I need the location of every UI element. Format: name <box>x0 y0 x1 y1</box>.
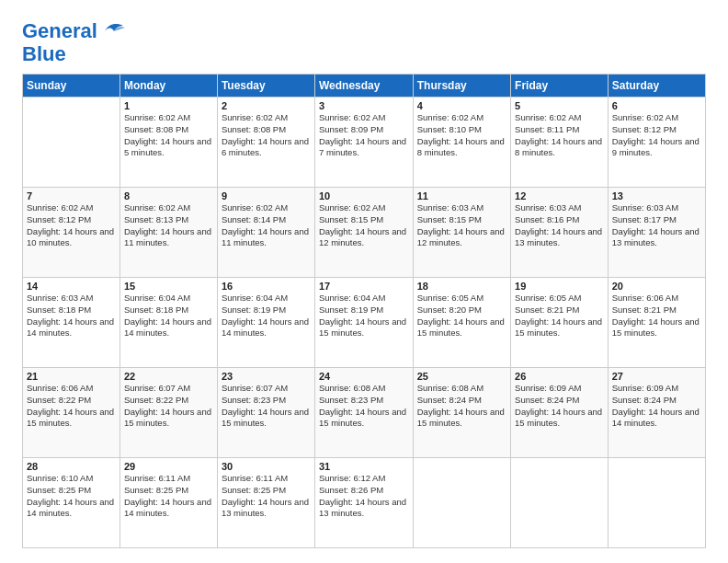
day-number: 10 <box>319 190 409 201</box>
table-row: 4 Sunrise: 6:02 AMSunset: 8:10 PMDayligh… <box>413 98 510 188</box>
day-detail: Sunrise: 6:07 AMSunset: 8:22 PMDaylight:… <box>124 383 211 428</box>
table-row <box>511 458 609 548</box>
table-row: 11 Sunrise: 6:03 AMSunset: 8:15 PMDaylig… <box>413 188 510 278</box>
day-number: 21 <box>27 371 116 382</box>
table-row: 6 Sunrise: 6:02 AMSunset: 8:12 PMDayligh… <box>608 98 705 188</box>
day-number: 28 <box>27 461 116 472</box>
day-detail: Sunrise: 6:06 AMSunset: 8:21 PMDaylight:… <box>612 293 700 338</box>
calendar-header-row: Sunday Monday Tuesday Wednesday Thursday… <box>23 75 706 98</box>
table-row: 14 Sunrise: 6:03 AMSunset: 8:18 PMDaylig… <box>23 278 120 368</box>
table-row: 5 Sunrise: 6:02 AMSunset: 8:11 PMDayligh… <box>511 98 609 188</box>
table-row: 12 Sunrise: 6:03 AMSunset: 8:16 PMDaylig… <box>511 188 609 278</box>
day-number: 7 <box>27 190 116 201</box>
table-row: 1 Sunrise: 6:02 AMSunset: 8:08 PMDayligh… <box>119 98 217 188</box>
table-row: 7 Sunrise: 6:02 AMSunset: 8:12 PMDayligh… <box>23 188 120 278</box>
day-detail: Sunrise: 6:08 AMSunset: 8:24 PMDaylight:… <box>417 383 505 428</box>
table-row: 19 Sunrise: 6:05 AMSunset: 8:21 PMDaylig… <box>511 278 609 368</box>
calendar-week-row: 1 Sunrise: 6:02 AMSunset: 8:08 PMDayligh… <box>23 98 706 188</box>
logo-general: General <box>22 19 97 42</box>
logo-line: General <box>22 18 127 44</box>
day-number: 4 <box>417 100 506 111</box>
day-detail: Sunrise: 6:02 AMSunset: 8:14 PMDaylight:… <box>222 202 309 247</box>
col-monday: Monday <box>119 75 217 98</box>
day-detail: Sunrise: 6:03 AMSunset: 8:16 PMDaylight:… <box>515 202 602 247</box>
day-number: 9 <box>222 190 311 201</box>
table-row: 9 Sunrise: 6:02 AMSunset: 8:14 PMDayligh… <box>217 188 314 278</box>
logo-bird-icon <box>101 18 127 44</box>
day-detail: Sunrise: 6:02 AMSunset: 8:10 PMDaylight:… <box>417 112 505 157</box>
col-sunday: Sunday <box>23 75 120 98</box>
day-number: 16 <box>222 281 311 292</box>
table-row: 3 Sunrise: 6:02 AMSunset: 8:09 PMDayligh… <box>314 98 413 188</box>
col-friday: Friday <box>511 75 609 98</box>
day-number: 2 <box>222 100 311 111</box>
day-number: 23 <box>222 371 311 382</box>
day-detail: Sunrise: 6:12 AMSunset: 8:26 PMDaylight:… <box>319 473 406 518</box>
table-row <box>608 458 705 548</box>
day-number: 19 <box>515 281 604 292</box>
day-detail: Sunrise: 6:09 AMSunset: 8:24 PMDaylight:… <box>612 383 700 428</box>
day-number: 27 <box>612 371 701 382</box>
day-number: 17 <box>319 281 409 292</box>
day-number: 22 <box>124 371 213 382</box>
day-detail: Sunrise: 6:02 AMSunset: 8:12 PMDaylight:… <box>612 112 700 157</box>
logo-blue: Blue <box>22 44 66 64</box>
table-row: 26 Sunrise: 6:09 AMSunset: 8:24 PMDaylig… <box>511 368 609 458</box>
calendar-week-row: 28 Sunrise: 6:10 AMSunset: 8:25 PMDaylig… <box>23 458 706 548</box>
col-wednesday: Wednesday <box>314 75 413 98</box>
day-number: 31 <box>319 461 409 472</box>
table-row <box>23 98 120 188</box>
col-tuesday: Tuesday <box>217 75 314 98</box>
day-number: 18 <box>417 281 506 292</box>
day-number: 11 <box>417 190 506 201</box>
table-row: 18 Sunrise: 6:05 AMSunset: 8:20 PMDaylig… <box>413 278 510 368</box>
day-number: 14 <box>27 281 116 292</box>
table-row: 15 Sunrise: 6:04 AMSunset: 8:18 PMDaylig… <box>119 278 217 368</box>
day-detail: Sunrise: 6:05 AMSunset: 8:21 PMDaylight:… <box>515 293 602 338</box>
day-detail: Sunrise: 6:10 AMSunset: 8:25 PMDaylight:… <box>27 473 114 518</box>
col-saturday: Saturday <box>608 75 705 98</box>
day-detail: Sunrise: 6:02 AMSunset: 8:11 PMDaylight:… <box>515 112 602 157</box>
day-number: 1 <box>124 100 213 111</box>
day-number: 20 <box>612 281 701 292</box>
day-detail: Sunrise: 6:07 AMSunset: 8:23 PMDaylight:… <box>222 383 309 428</box>
day-detail: Sunrise: 6:11 AMSunset: 8:25 PMDaylight:… <box>222 473 309 518</box>
day-number: 15 <box>124 281 213 292</box>
calendar-table: Sunday Monday Tuesday Wednesday Thursday… <box>22 74 706 548</box>
day-detail: Sunrise: 6:08 AMSunset: 8:23 PMDaylight:… <box>319 383 406 428</box>
table-row: 28 Sunrise: 6:10 AMSunset: 8:25 PMDaylig… <box>23 458 120 548</box>
table-row: 22 Sunrise: 6:07 AMSunset: 8:22 PMDaylig… <box>119 368 217 458</box>
day-number: 12 <box>515 190 604 201</box>
day-number: 26 <box>515 371 604 382</box>
calendar-week-row: 21 Sunrise: 6:06 AMSunset: 8:22 PMDaylig… <box>23 368 706 458</box>
table-row: 23 Sunrise: 6:07 AMSunset: 8:23 PMDaylig… <box>217 368 314 458</box>
day-detail: Sunrise: 6:02 AMSunset: 8:08 PMDaylight:… <box>124 112 211 157</box>
table-row: 17 Sunrise: 6:04 AMSunset: 8:19 PMDaylig… <box>314 278 413 368</box>
day-detail: Sunrise: 6:09 AMSunset: 8:24 PMDaylight:… <box>515 383 602 428</box>
table-row: 8 Sunrise: 6:02 AMSunset: 8:13 PMDayligh… <box>119 188 217 278</box>
calendar-week-row: 7 Sunrise: 6:02 AMSunset: 8:12 PMDayligh… <box>23 188 706 278</box>
table-row: 31 Sunrise: 6:12 AMSunset: 8:26 PMDaylig… <box>314 458 413 548</box>
table-row: 13 Sunrise: 6:03 AMSunset: 8:17 PMDaylig… <box>608 188 705 278</box>
day-detail: Sunrise: 6:03 AMSunset: 8:15 PMDaylight:… <box>417 202 505 247</box>
header: General Blue <box>22 18 706 64</box>
day-detail: Sunrise: 6:03 AMSunset: 8:17 PMDaylight:… <box>612 202 700 247</box>
day-number: 5 <box>515 100 604 111</box>
day-number: 8 <box>124 190 213 201</box>
day-number: 13 <box>612 190 701 201</box>
day-number: 6 <box>612 100 701 111</box>
table-row: 21 Sunrise: 6:06 AMSunset: 8:22 PMDaylig… <box>23 368 120 458</box>
day-number: 25 <box>417 371 506 382</box>
table-row: 20 Sunrise: 6:06 AMSunset: 8:21 PMDaylig… <box>608 278 705 368</box>
day-number: 30 <box>222 461 311 472</box>
col-thursday: Thursday <box>413 75 510 98</box>
day-detail: Sunrise: 6:02 AMSunset: 8:09 PMDaylight:… <box>319 112 406 157</box>
calendar-week-row: 14 Sunrise: 6:03 AMSunset: 8:18 PMDaylig… <box>23 278 706 368</box>
day-detail: Sunrise: 6:02 AMSunset: 8:08 PMDaylight:… <box>222 112 309 157</box>
day-detail: Sunrise: 6:02 AMSunset: 8:15 PMDaylight:… <box>319 202 406 247</box>
day-number: 24 <box>319 371 409 382</box>
table-row: 10 Sunrise: 6:02 AMSunset: 8:15 PMDaylig… <box>314 188 413 278</box>
day-number: 29 <box>124 461 213 472</box>
table-row: 2 Sunrise: 6:02 AMSunset: 8:08 PMDayligh… <box>217 98 314 188</box>
table-row: 29 Sunrise: 6:11 AMSunset: 8:25 PMDaylig… <box>119 458 217 548</box>
